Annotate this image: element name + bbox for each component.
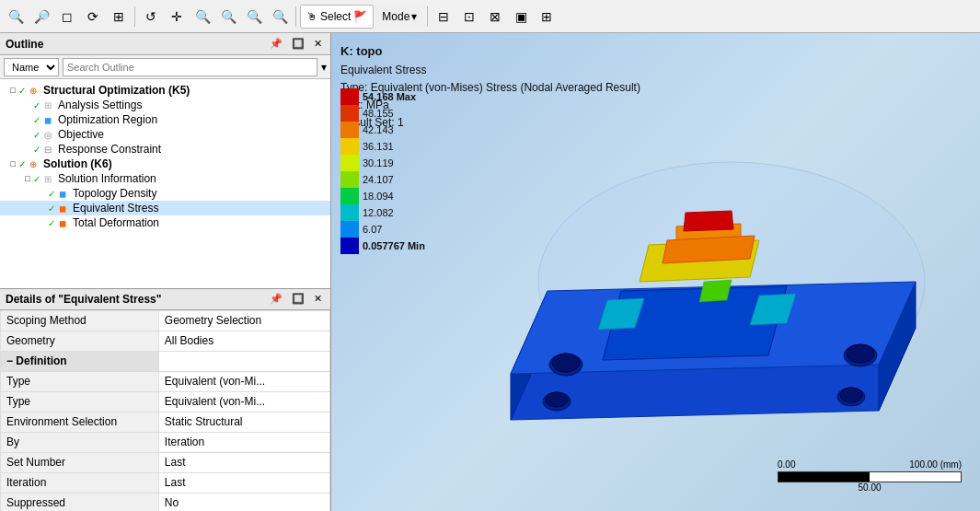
viewport-title: K: topo xyxy=(340,42,640,62)
definition-collapse-icon[interactable]: − xyxy=(6,354,13,367)
zoom-out-btn[interactable]: 🔍 xyxy=(216,5,240,29)
color-legend: 54.168 Max 48.155 42.143 36.131 30.119 2… xyxy=(340,88,425,254)
outline-title: Outline xyxy=(6,38,263,51)
zoom-in-btn[interactable]: 🔍 xyxy=(190,5,214,29)
rotate-btn[interactable]: ⟳ xyxy=(81,5,105,29)
legend-color-7 xyxy=(340,204,359,221)
3d-view-btn[interactable]: ◻ xyxy=(55,5,79,29)
tree-item-analysis-settings[interactable]: ✓ ⊞ Analysis Settings xyxy=(0,98,330,112)
check-topo: ✓ xyxy=(48,189,55,199)
layout-btn-3[interactable]: ⊠ xyxy=(483,5,507,29)
legend-item-4: 30.119 xyxy=(340,155,425,171)
layout-btn-4[interactable]: ▣ xyxy=(509,5,533,29)
expand-icon-6[interactable]: □ xyxy=(22,174,33,183)
expand-icon-5[interactable]: □ xyxy=(7,159,18,168)
prop-val-scoping[interactable]: Geometry Selection xyxy=(158,310,329,331)
viewport[interactable]: K: topo Equivalent Stress Type: Equivale… xyxy=(331,33,980,511)
tree-item-structural-opt[interactable]: □ ✓ ⊕ Structural Optimization (K5) xyxy=(0,83,330,98)
check-stress: ✓ xyxy=(48,203,55,214)
scale-mid-value: 50.00 xyxy=(858,482,881,493)
name-dropdown[interactable]: Name xyxy=(4,58,59,76)
outline-close-btn[interactable]: ✕ xyxy=(311,37,325,51)
tree-item-opt-region[interactable]: ✓ ◼ Optimization Region xyxy=(0,112,330,127)
solution-label: Solution (K6) xyxy=(43,157,112,170)
tree-item-response-constraint[interactable]: ✓ ⊟ Response Constraint xyxy=(0,142,330,157)
legend-color-0 xyxy=(340,88,359,105)
analysis-label: Analysis Settings xyxy=(58,99,142,111)
zoom-btn[interactable]: 🔎 xyxy=(29,5,53,29)
3d-model[interactable] xyxy=(437,79,952,466)
outline-dock-btn[interactable]: 🔲 xyxy=(289,37,307,51)
separator-3 xyxy=(427,6,428,27)
details-header: Details of "Equivalent Stress" 📌 🔲 ✕ xyxy=(0,288,330,310)
scale-numbers: 0.00 100.00 (mm) xyxy=(778,459,962,470)
legend-label-5: 24.107 xyxy=(363,174,394,185)
tree-item-topology-density[interactable]: ✓ ◼ Topology Density xyxy=(0,186,330,201)
region-icon: ◼ xyxy=(40,113,55,126)
legend-item-2: 42.143 xyxy=(340,122,425,138)
prop-row-iteration: Iteration Last xyxy=(1,472,330,493)
legend-item-3: 36.131 xyxy=(340,138,425,155)
prop-row-definition: − Definition xyxy=(1,351,330,371)
outline-tree[interactable]: □ ✓ ⊕ Structural Optimization (K5) ✓ ⊞ A… xyxy=(0,79,330,288)
pan-btn[interactable]: 🔍 xyxy=(268,5,292,29)
tree-item-objective[interactable]: ✓ ◎ Objective xyxy=(0,127,330,142)
prop-val-by[interactable]: Iteration xyxy=(158,432,329,452)
layout-btn-5[interactable]: ⊞ xyxy=(535,5,559,29)
main-toolbar: 🔍 🔎 ◻ ⟳ ⊞ ↺ ✛ 🔍 🔍 🔍 🔍 🖱 Select 🚩 Mode ▾ … xyxy=(0,0,980,33)
legend-item-5: 24.107 xyxy=(340,171,425,188)
tree-item-total-deformation[interactable]: ✓ ◼ Total Deformation xyxy=(0,215,330,230)
cross-btn[interactable]: ✛ xyxy=(165,5,189,29)
prop-val-type2[interactable]: Equivalent (von-Mi... xyxy=(158,391,329,412)
struct-opt-label: Structural Optimization (K5) xyxy=(43,84,190,97)
mode-button[interactable]: Mode ▾ xyxy=(375,5,423,29)
prop-val-env[interactable]: Static Structural xyxy=(158,412,329,432)
legend-color-4 xyxy=(340,155,359,171)
prop-key-type2: Type xyxy=(1,391,159,412)
expand-icon-0[interactable]: □ xyxy=(7,86,18,95)
scale-right: 100.00 (mm) xyxy=(909,459,962,470)
select-flag-icon: 🚩 xyxy=(353,10,367,23)
select-icon: 🖱 xyxy=(306,10,317,23)
scale-mid: 50.00 xyxy=(858,482,881,493)
legend-label-6: 18.094 xyxy=(363,191,394,202)
legend-item-7: 12.082 xyxy=(340,204,425,221)
prop-val-suppressed[interactable]: No xyxy=(158,493,329,511)
layout-btn-1[interactable]: ⊟ xyxy=(432,5,455,29)
details-pin-btn[interactable]: 📌 xyxy=(267,292,285,306)
outline-pin-btn[interactable]: 📌 xyxy=(267,37,285,51)
viewport-stress-label: Equivalent Stress xyxy=(340,62,640,79)
layout-btn-2[interactable]: ⊡ xyxy=(457,5,481,29)
search-input[interactable] xyxy=(63,58,317,76)
check-struct-opt: ✓ xyxy=(18,86,26,96)
mode-label: Mode xyxy=(382,10,409,23)
prop-row-type1: Type Equivalent (von-Mi... xyxy=(1,371,330,391)
legend-item-8: 6.07 xyxy=(340,221,425,238)
fit-btn[interactable]: 🔍 xyxy=(242,5,266,29)
tree-item-solution-info[interactable]: □ ✓ ⊞ Solution Information xyxy=(0,171,330,186)
tree-item-equiv-stress[interactable]: ✓ ◼ Equivalent Stress xyxy=(0,201,330,215)
properties-table: Scoping Method Geometry Selection Geomet… xyxy=(0,310,330,512)
constraint-label: Response Constraint xyxy=(58,143,161,156)
orbit-btn[interactable]: ↺ xyxy=(139,5,163,29)
zoom-extents-btn[interactable]: 🔍 xyxy=(4,5,28,29)
check-constraint: ✓ xyxy=(33,145,40,155)
select-button[interactable]: 🖱 Select 🚩 xyxy=(300,5,374,29)
struct-opt-icon: ⊕ xyxy=(26,84,40,97)
prop-val-iteration[interactable]: Last xyxy=(158,472,329,493)
prop-val-geometry[interactable]: All Bodies xyxy=(158,331,329,351)
grid-btn[interactable]: ⊞ xyxy=(107,5,131,29)
obj-label: Objective xyxy=(58,128,104,141)
prop-key-env: Environment Selection xyxy=(1,412,159,432)
legend-label-2: 42.143 xyxy=(363,124,394,135)
separator-2 xyxy=(295,6,296,27)
svg-point-2 xyxy=(552,354,580,372)
details-close-btn[interactable]: ✕ xyxy=(311,292,325,306)
legend-color-3 xyxy=(340,138,359,155)
tree-item-solution[interactable]: □ ✓ ⊕ Solution (K6) xyxy=(0,157,330,171)
prop-val-setnumber[interactable]: Last xyxy=(158,452,329,472)
details-dock-btn[interactable]: 🔲 xyxy=(289,292,307,306)
prop-val-type1[interactable]: Equivalent (von-Mi... xyxy=(158,371,329,391)
search-dropdown-icon[interactable]: ▾ xyxy=(321,61,327,74)
legend-label-7: 12.082 xyxy=(363,207,394,218)
